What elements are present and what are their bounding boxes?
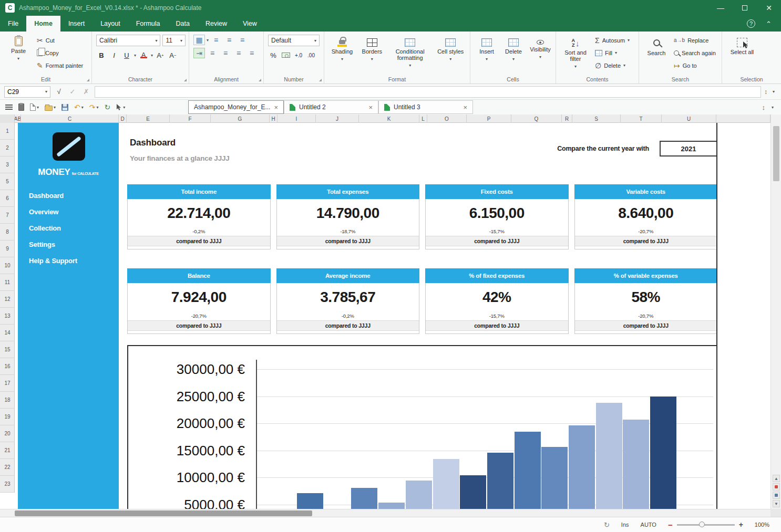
search-button[interactable]: Search bbox=[643, 35, 670, 74]
sidebar-item-help-support[interactable]: Help & Support bbox=[18, 253, 119, 269]
search-again-button[interactable]: Search again bbox=[672, 47, 717, 58]
chart-bar[interactable] bbox=[623, 420, 649, 509]
row-header-21[interactable]: 21 bbox=[0, 442, 15, 459]
auto-mode-indicator[interactable]: AUTO bbox=[641, 521, 656, 528]
row-header-15[interactable]: 15 bbox=[0, 341, 15, 358]
column-header-P[interactable]: P bbox=[467, 114, 511, 123]
align-middle-button[interactable]: ≡ bbox=[223, 35, 235, 45]
column-header-U[interactable]: U bbox=[662, 114, 716, 123]
select-all-corner[interactable] bbox=[0, 114, 15, 123]
column-header-AB[interactable]: AB bbox=[15, 114, 21, 123]
column-header-G[interactable]: G bbox=[211, 114, 270, 123]
expand-formula-bar-icon[interactable]: ↕ bbox=[764, 88, 767, 96]
redo-button[interactable]: ↷▾ bbox=[89, 103, 99, 111]
align-center-button[interactable]: ≡ bbox=[220, 48, 231, 58]
delete-cells-button[interactable]: Delete ▾ bbox=[501, 35, 526, 74]
merge-dropdown-icon[interactable]: ▾ bbox=[207, 38, 209, 43]
sidebar-item-collection[interactable]: Collection bbox=[18, 220, 119, 236]
edit-dialog-launcher[interactable] bbox=[87, 79, 89, 81]
row-header-23[interactable]: 23 bbox=[0, 476, 15, 493]
menu-tab-layout[interactable]: Layout bbox=[93, 16, 128, 32]
close-tab-icon[interactable]: × bbox=[274, 103, 278, 111]
clipboard-tool-button[interactable] bbox=[18, 103, 24, 111]
row-header-3[interactable]: 3 bbox=[0, 157, 15, 173]
zoom-slider[interactable] bbox=[677, 524, 735, 526]
chart-bar[interactable] bbox=[297, 493, 323, 509]
underline-button[interactable]: U bbox=[121, 49, 132, 61]
font-size-select[interactable]: 11 ▾ bbox=[162, 35, 186, 46]
scroll-down-icon[interactable]: ▼ bbox=[773, 500, 780, 507]
row-header-2[interactable]: 2 bbox=[0, 140, 15, 157]
column-header-H[interactable]: H bbox=[270, 114, 278, 123]
column-header-E[interactable]: E bbox=[127, 114, 170, 123]
open-document-button[interactable]: ▾ bbox=[45, 104, 56, 111]
chart-bar[interactable] bbox=[650, 397, 676, 509]
row-header-19[interactable]: 19 bbox=[0, 409, 15, 425]
sidebar-item-overview[interactable]: Overview bbox=[18, 204, 119, 220]
percent-style-button[interactable]: % bbox=[268, 49, 279, 61]
row-header-22[interactable]: 22 bbox=[0, 459, 15, 476]
horizontal-scrollbar[interactable] bbox=[0, 509, 770, 517]
column-header-T[interactable]: T bbox=[621, 114, 662, 123]
compare-year-input[interactable]: 2021 bbox=[660, 141, 717, 157]
menu-tab-data[interactable]: Data bbox=[168, 16, 198, 32]
visibility-button[interactable]: Visibility ▾ bbox=[528, 35, 552, 74]
column-header-blank[interactable] bbox=[716, 114, 770, 123]
chart-bar[interactable] bbox=[351, 488, 377, 509]
number-dialog-launcher[interactable] bbox=[319, 79, 322, 81]
borders-button[interactable]: Borders ▾ bbox=[358, 35, 386, 74]
column-header-L[interactable]: L bbox=[419, 114, 427, 123]
row-header-7[interactable]: 7 bbox=[0, 207, 15, 224]
chart-bar[interactable] bbox=[433, 459, 459, 509]
conditional-formatting-button[interactable]: Conditional formatting ▾ bbox=[388, 35, 432, 74]
text-orientation-button[interactable]: ⇥ bbox=[193, 48, 205, 58]
column-header-S[interactable]: S bbox=[572, 114, 621, 123]
prev-marker-button[interactable] bbox=[773, 483, 780, 491]
cell-styles-button[interactable]: Cell styles ▾ bbox=[434, 35, 467, 74]
cut-button[interactable]: ✂ Cut bbox=[35, 35, 85, 46]
row-header-16[interactable]: 16 bbox=[0, 358, 15, 375]
undo-button[interactable]: ↶▾ bbox=[74, 103, 84, 111]
maximize-button[interactable] bbox=[733, 0, 757, 16]
row-header-20[interactable]: 20 bbox=[0, 425, 15, 442]
formula-input[interactable] bbox=[95, 86, 761, 98]
save-button[interactable] bbox=[61, 104, 68, 111]
menu-tab-file[interactable]: File bbox=[0, 16, 26, 32]
chart-bar[interactable] bbox=[406, 481, 432, 509]
collapse-ribbon-icon[interactable]: ⌃ bbox=[766, 20, 772, 28]
copy-button[interactable]: Copy bbox=[35, 47, 85, 58]
close-button[interactable]: ✕ bbox=[757, 0, 781, 16]
chart-bar[interactable] bbox=[460, 475, 486, 509]
column-header-J[interactable]: J bbox=[316, 114, 359, 123]
sidebar-item-dashboard[interactable]: Dashboard bbox=[18, 187, 119, 204]
justify-button[interactable]: ≡ bbox=[246, 48, 258, 58]
formula-bar-dropdown-icon[interactable]: ▾ bbox=[773, 89, 775, 94]
underline-dropdown-icon[interactable]: ▾ bbox=[134, 53, 136, 58]
minimize-button[interactable]: — bbox=[708, 0, 733, 16]
sort-and-filter-button[interactable]: AZ↓ Sort and filter ▾ bbox=[560, 35, 591, 74]
add-decimal-button[interactable]: +.0 bbox=[293, 49, 304, 61]
chart-bar[interactable] bbox=[378, 503, 405, 509]
row-header-11[interactable]: 11 bbox=[0, 274, 15, 291]
close-tab-icon[interactable]: × bbox=[368, 103, 373, 111]
column-header-R[interactable]: R bbox=[562, 114, 572, 123]
row-header-14[interactable]: 14 bbox=[0, 325, 15, 341]
horizontal-scrollbar-thumb[interactable] bbox=[15, 510, 312, 516]
zoom-in-button[interactable]: + bbox=[739, 520, 743, 529]
row-header-18[interactable]: 18 bbox=[0, 392, 15, 409]
sheet-tab[interactable]: Untitled 2× bbox=[284, 100, 378, 114]
column-header-Q[interactable]: Q bbox=[511, 114, 562, 123]
font-name-select[interactable]: Calibri ▾ bbox=[96, 35, 160, 46]
paste-button[interactable]: Paste ▾ bbox=[4, 35, 33, 74]
shading-button[interactable]: Shading ▾ bbox=[328, 35, 356, 74]
menu-tab-formula[interactable]: Formula bbox=[128, 16, 168, 32]
accept-icon[interactable]: ✓ bbox=[67, 88, 78, 96]
delete-contents-button[interactable]: ∅ Delete ▾ bbox=[593, 60, 631, 71]
sidebar-item-settings[interactable]: Settings bbox=[18, 236, 119, 253]
column-header-F[interactable]: F bbox=[170, 114, 211, 123]
function-wizard-icon[interactable]: √ bbox=[54, 88, 64, 96]
cancel-icon[interactable]: ✗ bbox=[81, 88, 91, 96]
align-top-button[interactable]: ≡ bbox=[210, 35, 222, 45]
tab-list-dropdown-icon[interactable]: ▾ bbox=[772, 105, 774, 110]
align-bottom-button[interactable]: ≡ bbox=[237, 35, 248, 45]
